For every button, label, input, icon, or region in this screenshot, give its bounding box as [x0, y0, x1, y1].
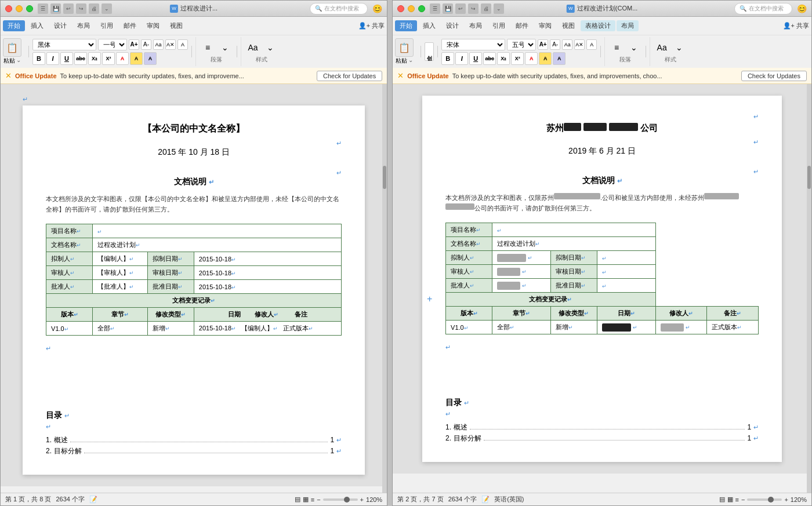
right-doc-area[interactable]: ↵ 苏州 公司 ↵ 2019 年 6 月 21 日 ↵ 文档说明 ↵	[393, 84, 811, 474]
text-effect-btn[interactable]: A	[177, 39, 188, 50]
right-para-btn-2[interactable]: ⌄	[626, 39, 642, 56]
italic-button[interactable]: I	[46, 52, 59, 65]
right-view-btn-1[interactable]: ▤	[719, 496, 725, 503]
right-font-shrink-btn[interactable]: A-	[550, 39, 560, 50]
left-scrollbar-v[interactable]	[382, 84, 387, 493]
left-tab-review[interactable]: 审阅	[142, 20, 164, 31]
paste-arrow[interactable]: ⌄	[16, 57, 21, 65]
right-style-btn-1[interactable]: Aa	[654, 39, 670, 56]
left-view-btn-1[interactable]: ▤	[295, 496, 300, 503]
right-tab-design[interactable]: 设计	[441, 20, 463, 31]
undo-icon[interactable]: ↩	[63, 3, 74, 14]
para-btn-2[interactable]: ⌄	[217, 39, 233, 56]
left-tab-design[interactable]: 设计	[49, 20, 71, 31]
right-tab-mail[interactable]: 邮件	[511, 20, 533, 31]
right-font-name-select[interactable]: 宋体	[441, 39, 505, 50]
right-minimize-button[interactable]	[408, 5, 415, 12]
right-strikethrough-button[interactable]: abc	[483, 52, 496, 65]
left-view-btn-3[interactable]: ≡	[311, 496, 314, 503]
right-subscript-button[interactable]: X₂	[497, 52, 510, 65]
style-btn-1[interactable]: Aa	[245, 39, 261, 56]
right-bold-button[interactable]: B	[441, 52, 454, 65]
left-tab-view[interactable]: 视图	[165, 20, 187, 31]
right-italic-button[interactable]: I	[455, 52, 468, 65]
right-superscript-button[interactable]: X²	[511, 52, 524, 65]
right-print-icon[interactable]: 🖨	[481, 3, 491, 14]
highlight-btn[interactable]: A	[130, 52, 143, 65]
right-tab-start[interactable]: 开始	[395, 20, 417, 31]
right-save-icon[interactable]: 💾	[443, 3, 453, 14]
right-close-button[interactable]	[397, 5, 404, 12]
left-view-btn-2[interactable]: ▦	[303, 496, 309, 503]
strikethrough-button[interactable]: abc	[74, 52, 87, 65]
right-para-btn-1[interactable]: ≡	[608, 39, 625, 56]
right-emoji-button[interactable]: 😊	[797, 4, 807, 13]
left-check-updates-button[interactable]: Check for Updates	[317, 71, 382, 81]
right-more-icon[interactable]: ⌄	[494, 3, 504, 14]
right-tab-layout[interactable]: 布局	[465, 20, 487, 31]
left-minimize-button[interactable]	[16, 5, 23, 12]
redo-icon[interactable]: ↪	[76, 3, 86, 14]
right-font-size-select[interactable]: 五号	[507, 39, 536, 50]
right-search-box[interactable]: 🔍 在文档中搜索	[734, 3, 792, 14]
shading-btn[interactable]: A	[144, 52, 157, 65]
right-view-btn-3[interactable]: ≡	[735, 496, 739, 503]
underline-button[interactable]: U	[60, 52, 73, 65]
right-paste-button[interactable]: 📋	[395, 38, 414, 57]
superscript-button[interactable]: X²	[102, 52, 115, 65]
share-button[interactable]: 👤+ 共享	[358, 21, 385, 30]
left-tab-insert[interactable]: 插入	[26, 20, 48, 31]
right-tab-layout2[interactable]: 布局	[617, 20, 639, 31]
bold-button[interactable]: B	[32, 52, 45, 65]
right-undo-icon[interactable]: ↩	[455, 3, 466, 14]
font-color-btn[interactable]: A	[116, 52, 129, 65]
font-shrink-btn[interactable]: A-	[141, 39, 151, 50]
paste-button[interactable]: 📋	[3, 38, 21, 57]
right-tab-table-design[interactable]: 表格设计	[581, 20, 615, 31]
left-zoom-slider[interactable]	[323, 498, 358, 501]
right-view-btn-5[interactable]: +	[784, 496, 788, 503]
font-grow-btn[interactable]: A+	[129, 39, 139, 50]
right-tab-references[interactable]: 引用	[488, 20, 510, 31]
right-tab-insert[interactable]: 插入	[418, 20, 440, 31]
left-doc-area[interactable]: ↵ 【本公司的中文名全称】 ↵ 2015 年 10 月 18 日 ↵ 文档说明 …	[1, 84, 387, 486]
font-size-select[interactable]: 一号	[98, 39, 127, 50]
left-tab-layout[interactable]: 布局	[72, 20, 95, 31]
clear-format-btn[interactable]: A✕	[165, 39, 176, 50]
right-font-case-btn[interactable]: Aa	[562, 39, 572, 50]
right-check-updates-button[interactable]: Check for Updates	[741, 71, 807, 81]
left-search-box[interactable]: 🔍 在文档中搜索	[310, 3, 368, 14]
right-maximize-button[interactable]	[418, 5, 425, 12]
save-icon[interactable]: 💾	[50, 3, 61, 14]
font-name-select[interactable]: 黑体	[32, 39, 96, 50]
emoji-button[interactable]: 😊	[372, 4, 382, 13]
right-shading-btn[interactable]: A	[553, 52, 566, 65]
right-zoom-slider[interactable]	[747, 498, 782, 501]
right-text-effect-btn[interactable]: A	[586, 39, 597, 50]
para-btn-1[interactable]: ≡	[200, 39, 216, 56]
left-view-btn-4[interactable]: −	[317, 496, 320, 503]
right-view-btn-4[interactable]: −	[741, 496, 745, 503]
right-highlight-btn[interactable]: A	[539, 52, 552, 65]
right-scrollbar-v[interactable]	[807, 84, 811, 493]
right-tab-view[interactable]: 视图	[557, 20, 579, 31]
sidebar-icon[interactable]: ☰	[38, 3, 48, 14]
style-btn-2[interactable]: ⌄	[262, 39, 278, 56]
left-view-btn-5[interactable]: +	[360, 496, 364, 503]
right-view-btn-2[interactable]: ▦	[727, 496, 733, 503]
print-icon[interactable]: 🖨	[89, 3, 99, 14]
right-create-btn[interactable]: 创	[425, 42, 434, 61]
right-sidebar-icon[interactable]: ☰	[430, 3, 440, 14]
right-style-btn-2[interactable]: ⌄	[671, 39, 687, 56]
right-underline-button[interactable]: U	[469, 52, 482, 65]
left-scroll-thumb-v[interactable]	[383, 166, 386, 189]
right-share-button[interactable]: 👤+ 共享	[783, 21, 809, 30]
left-tab-mail[interactable]: 邮件	[119, 20, 141, 31]
right-redo-icon[interactable]: ↪	[468, 3, 478, 14]
left-tab-start[interactable]: 开始	[3, 20, 25, 31]
font-case-btn[interactable]: Aa	[153, 39, 164, 50]
left-maximize-button[interactable]	[26, 5, 33, 12]
left-tab-references[interactable]: 引用	[96, 20, 118, 31]
subscript-button[interactable]: X₂	[88, 52, 101, 65]
right-font-grow-btn[interactable]: A+	[538, 39, 548, 50]
